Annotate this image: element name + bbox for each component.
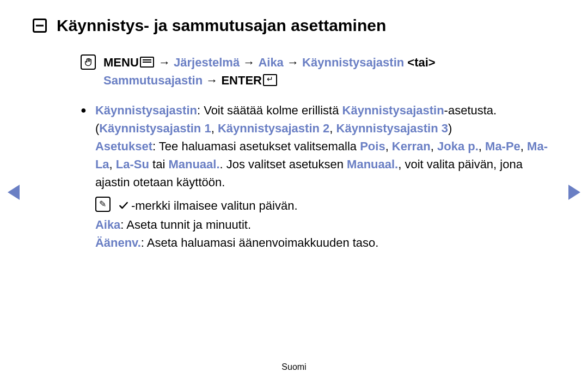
timer3: Käynnistysajastin 3 — [336, 121, 448, 135]
prev-page-arrow[interactable] — [8, 185, 20, 200]
or-token: <tai> — [407, 56, 435, 69]
or-word: tai — [149, 157, 168, 171]
hand-icon — [81, 54, 96, 70]
bullet-body: Käynnistysajastin: Voit säätää kolme eri… — [95, 101, 555, 252]
opt-monfri: Ma-Pe — [485, 139, 520, 153]
breadcrumb: MENU → Järjestelmä → Aika → Käynnistysaj… — [81, 53, 555, 89]
text: -asetusta. — [444, 103, 497, 117]
arrow-sep: → — [287, 56, 299, 69]
content-block: MENU → Järjestelmä → Aika → Käynnistysaj… — [81, 53, 555, 252]
text: : Voit säätää kolme erillistä — [197, 103, 342, 117]
paren-close: ) — [448, 121, 452, 135]
menu-label: MENU — [103, 56, 139, 69]
volume-line: Äänenv.: Aseta haluamasi äänenvoimakkuud… — [95, 234, 555, 252]
sep: , — [479, 139, 485, 153]
aika-line: Aika: Aseta tunnit ja minuutit. — [95, 216, 555, 234]
breadcrumb-system: Järjestelmä — [174, 56, 240, 69]
bullet-item: ● Käynnistysajastin: Voit säätää kolme e… — [81, 101, 555, 252]
sep: , — [431, 139, 437, 153]
timer1: Käynnistysajastin 1 — [99, 121, 211, 135]
text: . Jos valitset asetuksen — [220, 157, 347, 171]
aika-label: Aika — [95, 218, 120, 231]
note-icon: ✎ — [95, 197, 111, 212]
settings-label: Asetukset — [95, 139, 152, 153]
vol-label: Äänenv. — [95, 236, 141, 249]
text: : Tee haluamasi asetukset valitsemalla — [152, 139, 360, 153]
enter-icon — [263, 74, 277, 86]
ontimer-ref: Käynnistysajastin — [342, 103, 444, 117]
note-body: -merkki ilmaisee valitun päivän. — [118, 197, 298, 216]
sep: , — [385, 139, 392, 153]
footer-language: Suomi — [0, 362, 588, 372]
check-icon — [118, 198, 129, 216]
opt-manual2: Manuaal. — [347, 157, 398, 171]
breadcrumb-ontimer: Käynnistysajastin — [302, 56, 404, 69]
next-page-arrow[interactable] — [568, 185, 580, 200]
sep: , — [211, 121, 218, 135]
opt-satsun: La-Su — [116, 157, 149, 171]
arrow-sep: → — [206, 74, 218, 87]
arrow-sep: → — [158, 56, 170, 69]
section-icon — [33, 19, 47, 33]
vol-desc: : Aseta haluamasi äänenvoimakkuuden taso… — [141, 236, 379, 249]
sep: , — [109, 157, 116, 171]
breadcrumb-text: MENU → Järjestelmä → Aika → Käynnistysaj… — [103, 53, 555, 89]
breadcrumb-time: Aika — [258, 56, 283, 69]
sep: , — [329, 121, 336, 135]
title-row: Käynnistys- ja sammutusajan asettaminen — [33, 16, 555, 35]
menu-icon — [140, 57, 154, 68]
opt-everyday: Joka p. — [437, 139, 479, 153]
aika-desc: : Aseta tunnit ja minuutit. — [120, 218, 251, 231]
timer2: Käynnistysajastin 2 — [218, 121, 329, 135]
note-row: ✎ -merkki ilmaisee valitun päivän. — [95, 197, 555, 216]
opt-once: Kerran — [392, 139, 431, 153]
opt-manual: Manuaal. — [168, 157, 219, 171]
breadcrumb-offtimer: Sammutusajastin — [103, 74, 203, 87]
page-title: Käynnistys- ja sammutusajan asettaminen — [57, 16, 386, 35]
ontimer-label: Käynnistysajastin — [95, 103, 197, 117]
enter-label: ENTER — [221, 74, 262, 87]
manual-page: Käynnistys- ja sammutusajan asettaminen … — [0, 0, 588, 384]
arrow-sep: → — [243, 56, 255, 69]
bullet-dot: ● — [81, 101, 87, 252]
note-text: -merkki ilmaisee valitun päivän. — [131, 199, 298, 212]
sep: , — [520, 139, 527, 153]
opt-off: Pois — [360, 139, 385, 153]
